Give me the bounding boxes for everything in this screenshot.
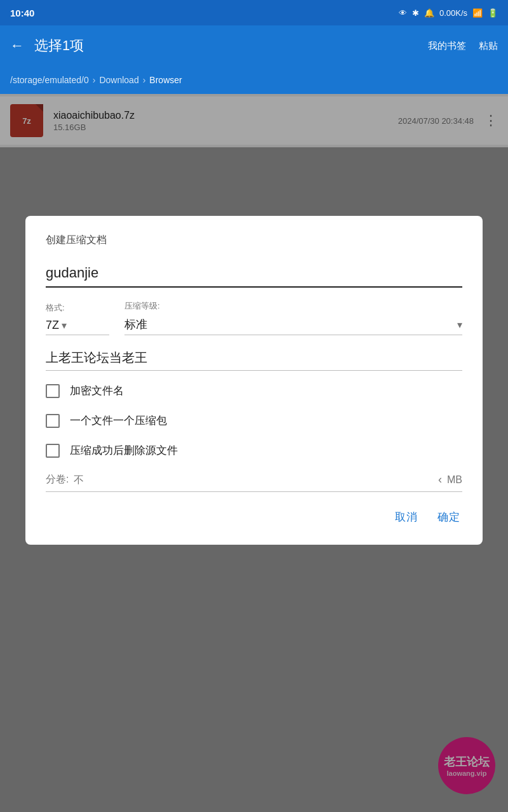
signal-icon: 📶 (472, 8, 483, 18)
level-select[interactable]: 标准 ▾ (124, 314, 462, 335)
level-label: 压缩等级: (124, 300, 462, 312)
delete-source-label: 压缩成功后删除源文件 (70, 443, 178, 458)
confirm-button[interactable]: 确定 (435, 505, 462, 529)
create-archive-dialog: 创建压缩文档 格式: 7Z ▾ 压缩等级: 标准 ▾ 加密文件名 一个文件一个压… (25, 216, 483, 545)
level-dropdown-icon: ▾ (457, 319, 462, 331)
password-input[interactable] (46, 348, 462, 371)
breadcrumb-root[interactable]: /storage/emulated/0 (10, 75, 89, 85)
delete-source-row: 压缩成功后删除源文件 (46, 443, 462, 458)
delete-source-checkbox[interactable] (46, 444, 60, 458)
encrypt-filename-label: 加密文件名 (70, 383, 124, 398)
format-dropdown-icon: ▾ (62, 319, 67, 331)
one-file-one-archive-label: 一个文件一个压缩包 (70, 413, 167, 428)
app-bar: ← 选择1项 我的书签 粘贴 (0, 25, 508, 66)
sound-icon: 🔔 (424, 8, 434, 18)
dialog-title: 创建压缩文档 (46, 234, 462, 247)
format-value: 7Z (46, 319, 59, 332)
one-file-one-archive-checkbox[interactable] (46, 414, 60, 428)
status-icons: 👁 ✱ 🔔 0.00K/s 📶 🔋 (399, 8, 498, 18)
level-group: 压缩等级: 标准 ▾ (124, 300, 462, 335)
one-file-one-archive-row: 一个文件一个压缩包 (46, 413, 462, 428)
app-bar-actions: 我的书签 粘贴 (428, 40, 498, 52)
format-select[interactable]: 7Z ▾ (46, 316, 109, 335)
battery-icon: 🔋 (488, 8, 498, 18)
split-input[interactable] (74, 474, 433, 486)
breadcrumb: /storage/emulated/0 › Download › Browser (0, 66, 508, 94)
bookmarks-button[interactable]: 我的书签 (428, 40, 466, 52)
dialog-actions: 取消 确定 (46, 505, 462, 529)
breadcrumb-browser[interactable]: Browser (149, 75, 182, 85)
split-arrow-icon: ‹ (438, 473, 442, 486)
format-group: 格式: 7Z ▾ (46, 302, 109, 335)
format-row: 格式: 7Z ▾ 压缩等级: 标准 ▾ (46, 300, 462, 335)
encrypt-filename-row: 加密文件名 (46, 383, 462, 398)
split-unit: MB (447, 474, 462, 486)
eye-icon: 👁 (399, 8, 407, 18)
encrypt-filename-checkbox[interactable] (46, 384, 60, 398)
app-bar-title: 选择1项 (34, 36, 418, 55)
split-label: 分卷: (46, 473, 69, 486)
breadcrumb-download[interactable]: Download (99, 75, 138, 85)
breadcrumb-sep2: › (143, 75, 146, 85)
format-label: 格式: (46, 302, 109, 314)
level-value: 标准 (124, 317, 147, 332)
network-speed: 0.00K/s (439, 8, 467, 18)
back-button[interactable]: ← (10, 37, 24, 54)
cancel-button[interactable]: 取消 (392, 505, 420, 529)
status-bar: 10:40 👁 ✱ 🔔 0.00K/s 📶 🔋 (0, 0, 508, 25)
breadcrumb-sep1: › (93, 75, 96, 85)
split-volume-row: 分卷: ‹ MB (46, 473, 462, 492)
archive-name-input[interactable] (46, 262, 462, 288)
paste-button[interactable]: 粘贴 (479, 40, 498, 52)
time: 10:40 (10, 8, 34, 18)
bluetooth-icon: ✱ (412, 8, 419, 18)
